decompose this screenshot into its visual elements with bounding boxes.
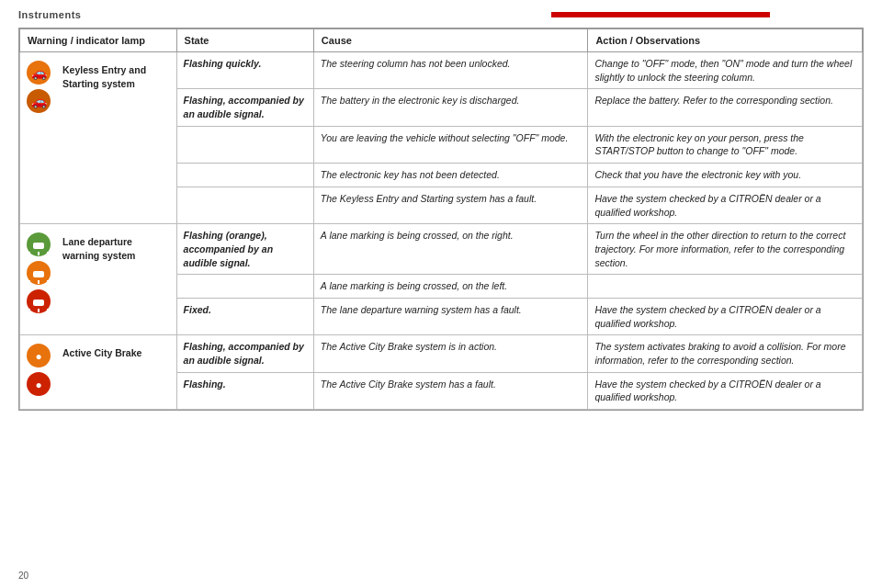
action-cell: Have the system checked by a CITROËN dea… xyxy=(588,187,863,223)
state-cell: Flashing, accompanied by an audible sign… xyxy=(176,89,313,126)
state-cell xyxy=(176,164,313,187)
lamp-name: Active City Brake xyxy=(62,346,141,360)
state-cell: Flashing quickly. xyxy=(176,52,313,89)
lamp-cell-keyless: 🚗🚗Keyless Entry and Starting system xyxy=(20,52,177,224)
header-lamp: Warning / indicator lamp xyxy=(20,29,177,52)
state-cell: Flashing (orange), accompanied by an aud… xyxy=(176,224,313,275)
state-cell xyxy=(176,275,313,299)
action-cell: Check that you have the electronic key w… xyxy=(588,164,863,187)
red-accent-bar xyxy=(551,12,864,17)
svg-text:●: ● xyxy=(35,379,41,391)
state-cell xyxy=(176,187,313,223)
page-container: Instruments Warning / indicator lamp Sta… xyxy=(0,0,882,588)
cause-cell: A lane marking is being crossed, on the … xyxy=(313,224,588,275)
svg-text:🚗: 🚗 xyxy=(31,65,48,81)
cause-cell: The lane departure warning system has a … xyxy=(313,298,588,334)
cause-cell: You are leaving the vehicle without sele… xyxy=(313,126,588,163)
table-row: 🚗🚗Keyless Entry and Starting systemFlash… xyxy=(20,52,863,89)
header-state: State xyxy=(176,29,313,52)
state-cell: Flashing. xyxy=(176,372,313,409)
cause-cell: The electronic key has not been detected… xyxy=(313,164,588,187)
table-row: Lane departure warning systemFlashing (o… xyxy=(20,224,863,275)
state-cell: Flashing, accompanied by an audible sign… xyxy=(176,335,313,372)
cause-cell: A lane marking is being crossed, on the … xyxy=(313,275,588,299)
svg-rect-15 xyxy=(33,300,44,306)
action-cell: Have the system checked by a CITROËN dea… xyxy=(588,298,863,334)
lamp-name: Keyless Entry and Starting system xyxy=(62,63,171,90)
table-header-row: Warning / indicator lamp State Cause Act… xyxy=(20,29,863,52)
cause-cell: The Active City Brake system has a fault… xyxy=(313,372,588,409)
top-bar: Instruments xyxy=(18,9,864,20)
action-cell: The system activates braking to avoid a … xyxy=(588,335,863,372)
header-action: Action / Observations xyxy=(588,29,863,52)
table-row: ●●Active City BrakeFlashing, accompanied… xyxy=(20,335,863,372)
action-cell: Have the system checked by a CITROËN dea… xyxy=(588,372,863,409)
action-cell xyxy=(588,275,863,299)
action-cell: With the electronic key on your person, … xyxy=(588,126,863,163)
action-cell: Turn the wheel in the other direction to… xyxy=(588,224,863,275)
page-number: 20 xyxy=(18,571,28,581)
state-cell: Fixed. xyxy=(176,298,313,334)
cause-cell: The Keyless Entry and Starting system ha… xyxy=(313,187,588,223)
action-cell: Replace the battery. Refer to the corres… xyxy=(588,89,863,126)
lamp-cell-lane: Lane departure warning system xyxy=(20,224,177,335)
main-table-wrapper: Warning / indicator lamp State Cause Act… xyxy=(18,28,864,411)
lamp-cell-active-city: ●●Active City Brake xyxy=(20,335,177,410)
state-cell xyxy=(176,126,313,163)
action-cell: Change to "OFF" mode, then "ON" mode and… xyxy=(588,52,863,89)
cause-cell: The Active City Brake system is in actio… xyxy=(313,335,588,372)
warning-table: Warning / indicator lamp State Cause Act… xyxy=(19,28,863,410)
svg-rect-10 xyxy=(33,271,44,277)
cause-cell: The battery in the electronic key is dis… xyxy=(313,89,588,126)
svg-text:●: ● xyxy=(35,350,41,363)
section-label: Instruments xyxy=(18,9,81,20)
cause-cell: The steering column has not been unlocke… xyxy=(313,52,588,89)
svg-rect-5 xyxy=(33,243,44,249)
header-cause: Cause xyxy=(313,29,588,52)
lamp-name: Lane departure warning system xyxy=(62,235,171,262)
svg-text:🚗: 🚗 xyxy=(31,94,48,109)
